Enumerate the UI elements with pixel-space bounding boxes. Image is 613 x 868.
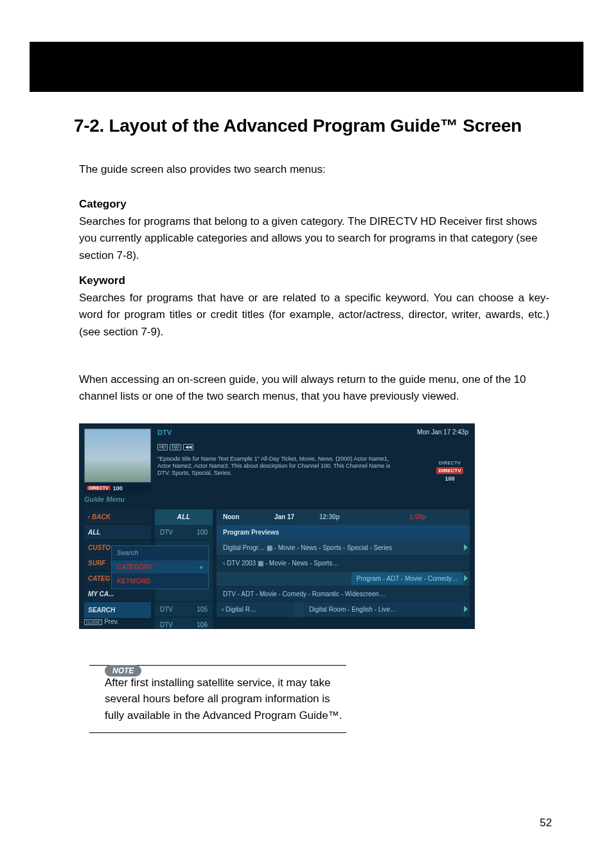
- grid-time-header: Noon Jan 17 12:30p 1:00p: [217, 509, 470, 525]
- header-black-band: [30, 42, 583, 92]
- guide-button-icon: GUIDE: [84, 619, 102, 625]
- page-number: 52: [540, 817, 552, 829]
- channel-column-head: ALL: [155, 509, 213, 525]
- guide-menu-label: Guide Menu: [84, 495, 125, 503]
- ch-num: 105: [197, 606, 208, 613]
- category-section: Category Searches for programs that belo…: [79, 198, 549, 264]
- popup-item-keyword[interactable]: KEYWORD: [112, 574, 208, 589]
- grid-row[interactable]: ‹ DTV 2003 ▦ - Movie - News - Sports…: [217, 556, 470, 571]
- logo-small-text: DIRECTV: [431, 461, 468, 465]
- category-body: Searches for programs that belong to a g…: [79, 213, 549, 264]
- popup-title: Search: [112, 546, 208, 560]
- channel-label: DTV: [157, 429, 172, 436]
- ch-num: 106: [197, 621, 208, 628]
- grid-row[interactable]: ‹ Digital R… Digital Room - English - Li…: [217, 602, 470, 617]
- grid-cell: Program - ADT - Movie - Comedy…: [351, 572, 463, 585]
- prev-text: Prev.: [104, 618, 119, 625]
- page-title: 7-2. Layout of the Advanced Program Guid…: [74, 116, 549, 136]
- page-content: 7-2. Layout of the Advanced Program Guid…: [74, 116, 549, 733]
- channel-logo-box: DIRECTV DIRECTV 100: [431, 461, 468, 482]
- rewind-icon: ◀◀: [183, 444, 193, 450]
- search-popup: Search CATEGORY ● KEYWORD: [111, 545, 209, 589]
- keyword-heading: Keyword: [79, 274, 549, 287]
- logo-pill: DIRECTV: [436, 467, 463, 474]
- popup-item-category[interactable]: CATEGORY ●: [112, 560, 208, 574]
- preview-pane: [84, 429, 151, 483]
- note-block: NOTE After first installing satellite se…: [89, 665, 346, 734]
- sidebar-item-search[interactable]: SEARCH: [84, 602, 151, 619]
- ch-name: DTV: [160, 621, 173, 628]
- chevron-right-icon: [464, 544, 468, 551]
- dolby-icon: D|D: [170, 444, 181, 450]
- channel-row[interactable]: DTV105: [155, 602, 213, 617]
- sidebar-item-all[interactable]: ALL: [84, 525, 151, 540]
- program-info-text: "Episode title for Name Text Example 1" …: [157, 456, 402, 477]
- mini-pill: DIRECTV: [87, 486, 111, 490]
- ch-name: DTV: [160, 529, 173, 536]
- hd-icon: HD: [157, 444, 168, 450]
- grid-section-title: Program Previews: [217, 525, 470, 540]
- chevron-right-icon: [464, 575, 468, 581]
- channel-row[interactable]: DTV100: [155, 525, 213, 540]
- time-noon: Noon: [217, 513, 274, 520]
- grid-cell-left: ‹ Digital R…: [217, 602, 294, 617]
- keyword-body: Searches for programs that have or are r…: [79, 290, 549, 341]
- grid-cell: DTV - ADT - Movie - Comedy - Romantic - …: [223, 590, 386, 598]
- channel-strip: DIRECTV 100: [84, 483, 151, 494]
- grid-cell-right: Digital Room - English - Live…: [304, 602, 470, 617]
- time-1230p: 12:30p: [319, 513, 390, 520]
- ch-num: 100: [197, 529, 208, 536]
- program-grid: Noon Jan 17 12:30p 1:00p Program Preview…: [217, 509, 470, 617]
- grid-cell: ‹ DTV 2003 ▦ - Movie - News - Sports…: [223, 560, 339, 567]
- grid-row[interactable]: DTV - ADT - Movie - Comedy - Romantic - …: [217, 587, 470, 602]
- sidebar-item-back[interactable]: ‹ BACK: [84, 509, 151, 525]
- intro-paragraph: The guide screen also provides two searc…: [79, 163, 549, 176]
- popup-dot-icon: ●: [199, 563, 203, 571]
- return-paragraph: When accessing an on-screen guide, you w…: [79, 371, 549, 405]
- chevron-right-icon: [464, 606, 468, 612]
- grid-row[interactable]: Program - ADT - Movie - Comedy…: [217, 571, 470, 587]
- indicator-icons: HD D|D ◀◀: [157, 444, 193, 450]
- time-100p: 1:00p: [390, 513, 470, 520]
- grid-cell: Digital Progr… ▦ - Movie - News - Sports…: [223, 544, 392, 551]
- mini-number: 100: [113, 485, 123, 492]
- logo-number: 100: [431, 475, 468, 482]
- category-heading: Category: [79, 198, 549, 211]
- ch-name: DTV: [160, 606, 173, 613]
- clock-label: Mon Jan 17 2:43p: [417, 429, 468, 436]
- channel-row[interactable]: DTV106: [155, 617, 213, 629]
- popup-category-label: CATEGORY: [117, 563, 153, 571]
- prev-label: GUIDEPrev.: [84, 618, 119, 625]
- note-label: NOTE: [105, 665, 141, 677]
- time-date: Jan 17: [274, 513, 319, 520]
- guide-screenshot: DTV Mon Jan 17 2:43p HD D|D ◀◀ "Episode …: [79, 423, 475, 629]
- keyword-section: Keyword Searches for programs that have …: [79, 274, 549, 341]
- grid-row[interactable]: Digital Progr… ▦ - Movie - News - Sports…: [217, 540, 470, 556]
